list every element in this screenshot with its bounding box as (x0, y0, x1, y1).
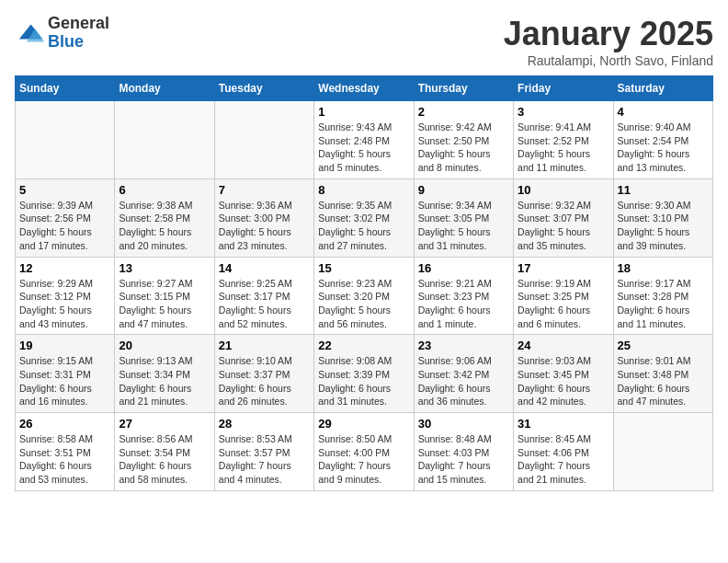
day-number: 23 (418, 339, 509, 352)
calendar-week-row: 26Sunrise: 8:58 AM Sunset: 3:51 PM Dayli… (16, 413, 713, 491)
day-number: 1 (318, 105, 409, 119)
cell-content: Sunrise: 9:39 AM Sunset: 2:56 PM Dayligh… (19, 199, 110, 253)
day-number: 12 (19, 261, 110, 275)
calendar-cell: 24Sunrise: 9:03 AM Sunset: 3:45 PM Dayli… (514, 335, 613, 413)
day-number: 5 (19, 183, 110, 197)
day-number: 28 (219, 417, 310, 431)
calendar-cell: 31Sunrise: 8:45 AM Sunset: 4:06 PM Dayli… (514, 413, 613, 491)
calendar-week-row: 12Sunrise: 9:29 AM Sunset: 3:12 PM Dayli… (16, 257, 713, 335)
calendar-cell: 12Sunrise: 9:29 AM Sunset: 3:12 PM Dayli… (16, 257, 115, 335)
cell-content: Sunrise: 9:36 AM Sunset: 3:00 PM Dayligh… (219, 199, 310, 253)
cell-content: Sunrise: 9:42 AM Sunset: 2:50 PM Dayligh… (418, 121, 509, 175)
calendar-cell: 3Sunrise: 9:41 AM Sunset: 2:52 PM Daylig… (514, 101, 613, 179)
cell-content: Sunrise: 9:19 AM Sunset: 3:25 PM Dayligh… (518, 277, 609, 331)
cell-content: Sunrise: 9:27 AM Sunset: 3:15 PM Dayligh… (119, 277, 210, 331)
cell-content: Sunrise: 9:38 AM Sunset: 2:58 PM Dayligh… (119, 199, 210, 253)
cell-content: Sunrise: 9:29 AM Sunset: 3:12 PM Dayligh… (19, 277, 110, 331)
cell-content: Sunrise: 9:25 AM Sunset: 3:17 PM Dayligh… (219, 277, 310, 331)
calendar-cell (214, 101, 313, 179)
day-number: 20 (119, 339, 210, 352)
cell-content: Sunrise: 9:35 AM Sunset: 3:02 PM Dayligh… (318, 199, 409, 253)
calendar-cell: 5Sunrise: 9:39 AM Sunset: 2:56 PM Daylig… (16, 178, 115, 257)
calendar-cell: 1Sunrise: 9:43 AM Sunset: 2:48 PM Daylig… (314, 101, 414, 179)
cell-content: Sunrise: 8:48 AM Sunset: 4:03 PM Dayligh… (418, 432, 509, 487)
day-number: 13 (119, 261, 210, 275)
calendar-cell: 15Sunrise: 9:23 AM Sunset: 3:20 PM Dayli… (314, 257, 414, 335)
calendar-cell: 11Sunrise: 9:30 AM Sunset: 3:10 PM Dayli… (613, 178, 712, 257)
day-number: 25 (618, 339, 709, 352)
day-number: 8 (318, 183, 409, 197)
cell-content: Sunrise: 9:41 AM Sunset: 2:52 PM Dayligh… (518, 121, 609, 175)
page-header: General Blue January 2025 Rautalampi, No… (15, 15, 713, 68)
day-number: 3 (518, 105, 609, 119)
calendar-cell: 6Sunrise: 9:38 AM Sunset: 2:58 PM Daylig… (115, 178, 214, 257)
calendar-header-row: SundayMondayTuesdayWednesdayThursdayFrid… (16, 76, 713, 101)
day-number: 30 (418, 417, 509, 431)
cell-content: Sunrise: 9:23 AM Sunset: 3:20 PM Dayligh… (318, 277, 409, 331)
day-number: 2 (418, 105, 509, 119)
cell-content: Sunrise: 8:45 AM Sunset: 4:06 PM Dayligh… (518, 432, 609, 487)
logo: General Blue (15, 15, 109, 52)
cell-content: Sunrise: 9:17 AM Sunset: 3:28 PM Dayligh… (618, 277, 709, 331)
day-number: 4 (618, 105, 709, 119)
calendar-cell (115, 101, 214, 179)
day-of-week-header: Saturday (613, 76, 712, 101)
calendar-cell: 23Sunrise: 9:06 AM Sunset: 3:42 PM Dayli… (414, 335, 513, 413)
cell-content: Sunrise: 8:56 AM Sunset: 3:54 PM Dayligh… (119, 432, 210, 487)
day-number: 19 (19, 339, 110, 352)
calendar-cell: 18Sunrise: 9:17 AM Sunset: 3:28 PM Dayli… (613, 257, 712, 335)
cell-content: Sunrise: 9:01 AM Sunset: 3:48 PM Dayligh… (618, 354, 709, 408)
title-block: January 2025 Rautalampi, North Savo, Fin… (504, 15, 713, 68)
day-number: 18 (618, 261, 709, 275)
day-number: 14 (219, 261, 310, 275)
day-number: 11 (618, 183, 709, 197)
location-subtitle: Rautalampi, North Savo, Finland (504, 53, 713, 68)
calendar-cell: 16Sunrise: 9:21 AM Sunset: 3:23 PM Dayli… (414, 257, 513, 335)
calendar-cell: 19Sunrise: 9:15 AM Sunset: 3:31 PM Dayli… (16, 335, 115, 413)
cell-content: Sunrise: 9:03 AM Sunset: 3:45 PM Dayligh… (518, 354, 609, 408)
cell-content: Sunrise: 9:21 AM Sunset: 3:23 PM Dayligh… (418, 277, 509, 331)
day-number: 9 (418, 183, 509, 197)
calendar-week-row: 19Sunrise: 9:15 AM Sunset: 3:31 PM Dayli… (16, 335, 713, 413)
calendar-cell: 7Sunrise: 9:36 AM Sunset: 3:00 PM Daylig… (214, 178, 313, 257)
month-title: January 2025 (504, 15, 713, 53)
calendar-cell: 22Sunrise: 9:08 AM Sunset: 3:39 PM Dayli… (314, 335, 414, 413)
cell-content: Sunrise: 9:32 AM Sunset: 3:07 PM Dayligh… (518, 199, 609, 253)
calendar-cell (613, 413, 712, 491)
day-number: 17 (518, 261, 609, 275)
calendar-cell: 10Sunrise: 9:32 AM Sunset: 3:07 PM Dayli… (514, 178, 613, 257)
cell-content: Sunrise: 9:08 AM Sunset: 3:39 PM Dayligh… (318, 354, 409, 408)
calendar-cell: 13Sunrise: 9:27 AM Sunset: 3:15 PM Dayli… (115, 257, 214, 335)
day-number: 27 (119, 417, 210, 431)
day-of-week-header: Wednesday (314, 76, 414, 101)
day-number: 31 (518, 417, 609, 431)
day-number: 15 (318, 261, 409, 275)
day-number: 24 (518, 339, 609, 352)
calendar-table: SundayMondayTuesdayWednesdayThursdayFrid… (15, 75, 713, 491)
day-of-week-header: Friday (514, 76, 613, 101)
calendar-cell: 9Sunrise: 9:34 AM Sunset: 3:05 PM Daylig… (414, 178, 513, 257)
calendar-cell: 30Sunrise: 8:48 AM Sunset: 4:03 PM Dayli… (414, 413, 513, 491)
day-number: 16 (418, 261, 509, 275)
calendar-cell: 17Sunrise: 9:19 AM Sunset: 3:25 PM Dayli… (514, 257, 613, 335)
day-number: 7 (219, 183, 310, 197)
cell-content: Sunrise: 9:34 AM Sunset: 3:05 PM Dayligh… (418, 199, 509, 253)
cell-content: Sunrise: 8:53 AM Sunset: 3:57 PM Dayligh… (219, 432, 310, 487)
logo-general-text: General (48, 14, 109, 32)
calendar-week-row: 1Sunrise: 9:43 AM Sunset: 2:48 PM Daylig… (16, 101, 713, 179)
cell-content: Sunrise: 9:13 AM Sunset: 3:34 PM Dayligh… (119, 354, 210, 408)
calendar-week-row: 5Sunrise: 9:39 AM Sunset: 2:56 PM Daylig… (16, 178, 713, 257)
day-number: 21 (219, 339, 310, 352)
cell-content: Sunrise: 9:30 AM Sunset: 3:10 PM Dayligh… (618, 199, 709, 253)
calendar-cell: 28Sunrise: 8:53 AM Sunset: 3:57 PM Dayli… (214, 413, 313, 491)
day-of-week-header: Sunday (16, 76, 115, 101)
calendar-cell: 26Sunrise: 8:58 AM Sunset: 3:51 PM Dayli… (16, 413, 115, 491)
cell-content: Sunrise: 9:10 AM Sunset: 3:37 PM Dayligh… (219, 354, 310, 408)
day-number: 10 (518, 183, 609, 197)
calendar-cell: 4Sunrise: 9:40 AM Sunset: 2:54 PM Daylig… (613, 101, 712, 179)
cell-content: Sunrise: 9:06 AM Sunset: 3:42 PM Dayligh… (418, 354, 509, 408)
cell-content: Sunrise: 9:40 AM Sunset: 2:54 PM Dayligh… (618, 121, 709, 175)
cell-content: Sunrise: 9:43 AM Sunset: 2:48 PM Dayligh… (318, 121, 409, 175)
calendar-cell: 27Sunrise: 8:56 AM Sunset: 3:54 PM Dayli… (115, 413, 214, 491)
calendar-cell: 8Sunrise: 9:35 AM Sunset: 3:02 PM Daylig… (314, 178, 414, 257)
